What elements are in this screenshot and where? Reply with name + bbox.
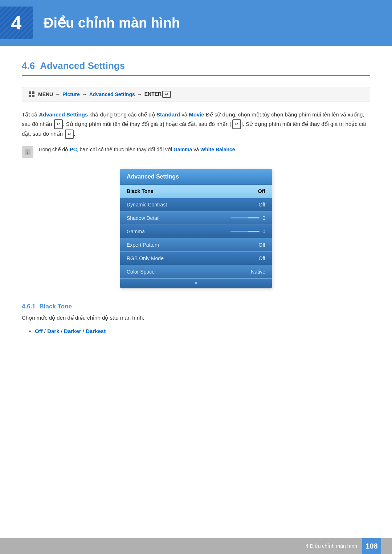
subsection-number: 4.6.1 [22, 303, 36, 310]
down-arrow-icon: ▼ [194, 281, 198, 286]
arrow2: → [82, 91, 87, 97]
menu-icon [29, 91, 34, 97]
enter-label: ENTER↵ [144, 91, 171, 98]
panel-label-shadow-detail: Shadow Detail [127, 215, 230, 221]
panel-row-dynamic-contrast[interactable]: Dynamic Contrast Off [120, 198, 272, 212]
panel-label-expert-pattern: Expert Pattern [127, 242, 259, 248]
section-heading: 4.6 Advanced Settings [22, 60, 370, 76]
panel-value-gamma: 0 [262, 229, 265, 234]
chapter-number: 4 [11, 12, 22, 34]
options-list: Off / Dark / Darker / Darkest [22, 326, 370, 336]
enter-text: ENTER [144, 91, 162, 97]
panel-row-color-space[interactable]: Color Space Native [120, 265, 272, 279]
separator3: / [83, 328, 86, 334]
page-footer: 4 Điều chỉnh màn hình 108 [0, 538, 392, 554]
panel-title: Advanced Settings [127, 173, 179, 180]
chapter-header: 4 Điều chỉnh màn hình [0, 0, 392, 46]
subsection-title: Black Tone [40, 303, 72, 310]
gamma-slider [230, 231, 260, 232]
settings-panel: Advanced Settings Black Tone Off Dynamic… [120, 169, 272, 288]
note-pc: PC [70, 147, 77, 152]
footer-page-number: 108 [362, 538, 381, 554]
body-paragraph-1: Tất cả Advanced Settings khả dụng trong … [22, 110, 370, 139]
menu-path-bar: MENU → Picture → Advanced Settings → ENT… [22, 87, 370, 102]
section-title: Advanced Settings [40, 60, 125, 71]
enter-icon-inline2: ↵ [232, 119, 241, 129]
separator1: / [44, 328, 47, 334]
advanced-settings-label: Advanced Settings [89, 91, 135, 97]
panel-row-gamma[interactable]: Gamma 0 [120, 225, 272, 238]
arrow1: → [55, 91, 60, 97]
enter-icon-inline3: ↵ [65, 130, 74, 139]
shadow-detail-slider [230, 217, 260, 218]
subsection-description: Chọn mức độ đen để điều chỉnh độ sâu màn… [22, 315, 370, 321]
panel-value-expert-pattern: Off [259, 242, 265, 248]
chapter-number-box: 4 [0, 7, 33, 39]
panel-header: Advanced Settings [120, 169, 272, 185]
panel-label-dynamic-contrast: Dynamic Contrast [127, 202, 259, 208]
gamma-slider-container: 0 [230, 229, 265, 234]
main-content: 4.6 Advanced Settings MENU → Picture → A… [0, 46, 392, 358]
enter-icon-inline1: ↵ [54, 119, 63, 129]
option-off: Off [35, 328, 43, 334]
panel-container: Advanced Settings Black Tone Off Dynamic… [22, 169, 370, 288]
subsection-heading: 4.6.1 Black Tone [22, 303, 370, 310]
panel-value-color-space: Native [251, 269, 265, 275]
note-white-balance: White Balance [200, 147, 235, 152]
menu-label: MENU [38, 91, 53, 97]
note-icon: i [22, 146, 33, 158]
option-dark: Dark [47, 328, 59, 334]
note-text: Trong chế độ PC, bạn chỉ có thể thực hiệ… [38, 145, 237, 153]
chapter-title: Điều chỉnh màn hình [44, 15, 180, 31]
panel-value-rgb-only: Off [259, 255, 265, 261]
panel-row-expert-pattern[interactable]: Expert Pattern Off [120, 238, 272, 252]
note-gamma: Gamma [173, 147, 192, 152]
panel-label-black-tone: Black Tone [127, 188, 258, 194]
panel-row-shadow-detail[interactable]: Shadow Detail 0 [120, 212, 272, 225]
panel-scroll-down[interactable]: ▼ [120, 279, 272, 288]
body-highlight-standard: Standard [156, 111, 180, 118]
panel-value-dynamic-contrast: Off [259, 202, 265, 208]
list-item-options: Off / Dark / Darker / Darkest [29, 326, 370, 336]
panel-row-rgb-only[interactable]: RGB Only Mode Off [120, 252, 272, 265]
body-highlight-movie: Movie [189, 111, 204, 118]
panel-row-black-tone[interactable]: Black Tone Off [120, 185, 272, 198]
note-pencil-icon: i [24, 148, 31, 156]
svg-text:i: i [27, 150, 28, 155]
body-highlight-advanced: Advanced Settings [39, 111, 88, 118]
arrow3: → [137, 91, 142, 97]
option-darkest: Darkest [86, 328, 106, 334]
note-box: i Trong chế độ PC, bạn chỉ có thể thực h… [22, 145, 370, 158]
picture-label: Picture [62, 91, 79, 97]
separator2: / [61, 328, 64, 334]
panel-label-rgb-only: RGB Only Mode [127, 255, 259, 261]
panel-value-black-tone: Off [258, 188, 265, 194]
footer-text: 4 Điều chỉnh màn hình [306, 543, 357, 549]
shadow-detail-slider-container: 0 [230, 215, 265, 221]
option-darker: Darker [64, 328, 81, 334]
panel-value-shadow-detail: 0 [262, 215, 265, 221]
section-number: 4.6 [22, 60, 35, 71]
panel-label-color-space: Color Space [127, 269, 251, 275]
enter-icon: ↵ [162, 91, 171, 98]
panel-label-gamma: Gamma [127, 229, 230, 234]
